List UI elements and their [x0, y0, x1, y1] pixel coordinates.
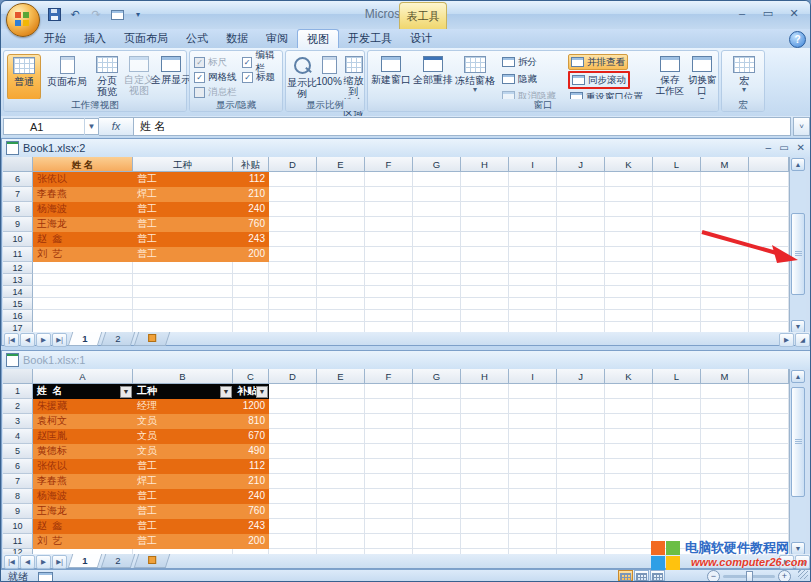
empty-cell[interactable]	[605, 262, 653, 274]
empty-cell[interactable]	[413, 247, 461, 262]
empty-cell[interactable]	[509, 262, 557, 274]
row-header[interactable]: 8	[3, 202, 33, 217]
select-all-corner[interactable]	[3, 369, 33, 384]
formula-bar-checkbox[interactable]: ✓编辑栏	[242, 55, 282, 69]
empty-cell[interactable]	[317, 414, 365, 429]
empty-cell[interactable]	[413, 399, 461, 414]
empty-cell[interactable]	[653, 310, 701, 322]
empty-cell[interactable]	[461, 172, 509, 187]
empty-cell[interactable]	[133, 286, 233, 298]
empty-cell[interactable]	[653, 399, 701, 414]
empty-cell[interactable]	[749, 519, 789, 534]
empty-cell[interactable]	[749, 489, 789, 504]
column-header[interactable]: H	[461, 369, 509, 384]
table-cell[interactable]: 文员	[133, 444, 233, 459]
table-cell[interactable]: 200	[233, 534, 269, 549]
last-sheet-button[interactable]: ▶|	[52, 333, 67, 347]
column-header[interactable]: L	[653, 369, 701, 384]
empty-cell[interactable]	[269, 247, 317, 262]
help-button[interactable]: ?	[789, 31, 806, 48]
tab-insert[interactable]: 插入	[75, 29, 115, 48]
empty-cell[interactable]	[557, 474, 605, 489]
empty-cell[interactable]	[365, 399, 413, 414]
table-cell[interactable]: 普工	[133, 504, 233, 519]
empty-cell[interactable]	[413, 504, 461, 519]
table-cell[interactable]: 李春燕	[33, 474, 133, 489]
empty-cell[interactable]	[413, 310, 461, 322]
tab-view[interactable]: 视图	[297, 29, 339, 48]
empty-cell[interactable]	[701, 414, 749, 429]
table-header-cell[interactable]: 工种▼	[133, 384, 233, 399]
empty-cell[interactable]	[701, 444, 749, 459]
window-resize-grip[interactable]: ◢	[795, 333, 810, 347]
insert-sheet-tab[interactable]	[134, 554, 171, 568]
column-header[interactable]: K	[605, 369, 653, 384]
empty-cell[interactable]	[269, 262, 317, 274]
empty-cell[interactable]	[749, 172, 789, 187]
column-header[interactable]: 姓 名	[33, 157, 133, 172]
empty-cell[interactable]	[365, 474, 413, 489]
normal-view-button[interactable]: 普通	[7, 54, 41, 100]
empty-cell[interactable]	[269, 232, 317, 247]
table-cell[interactable]: 朱援藏	[33, 399, 133, 414]
empty-cell[interactable]	[509, 444, 557, 459]
empty-cell[interactable]	[461, 262, 509, 274]
empty-cell[interactable]	[509, 534, 557, 549]
next-sheet-button[interactable]: ▶	[36, 333, 51, 347]
empty-cell[interactable]	[605, 247, 653, 262]
empty-cell[interactable]	[317, 399, 365, 414]
empty-cell[interactable]	[509, 274, 557, 286]
empty-cell[interactable]	[269, 217, 317, 232]
empty-cell[interactable]	[365, 274, 413, 286]
table-cell[interactable]: 焊工	[133, 187, 233, 202]
table-cell[interactable]: 刘 艺	[33, 247, 133, 262]
new-window-button[interactable]: 新建窗口	[370, 54, 412, 85]
insert-sheet-tab[interactable]	[134, 332, 171, 346]
empty-cell[interactable]	[269, 504, 317, 519]
switch-windows-button[interactable]: 切换窗口▾	[684, 54, 720, 103]
workbook2-title-bar[interactable]: Book1.xlsx:1	[2, 351, 811, 369]
empty-cell[interactable]	[605, 286, 653, 298]
empty-cell[interactable]	[653, 298, 701, 310]
zoom-button[interactable]: 显示比例	[287, 54, 317, 99]
table-cell[interactable]: 赵 鑫	[33, 232, 133, 247]
empty-cell[interactable]	[653, 519, 701, 534]
table-cell[interactable]: 普工	[133, 459, 233, 474]
table-cell[interactable]: 670	[233, 429, 269, 444]
empty-cell[interactable]	[749, 286, 789, 298]
empty-cell[interactable]	[269, 286, 317, 298]
empty-cell[interactable]	[461, 310, 509, 322]
empty-cell[interactable]	[365, 459, 413, 474]
column-header[interactable]: B	[133, 369, 233, 384]
empty-cell[interactable]	[33, 298, 133, 310]
empty-cell[interactable]	[413, 519, 461, 534]
empty-cell[interactable]	[269, 310, 317, 322]
column-header[interactable]: D	[269, 157, 317, 172]
table-cell[interactable]: 文员	[133, 429, 233, 444]
empty-cell[interactable]	[461, 429, 509, 444]
empty-cell[interactable]	[605, 459, 653, 474]
empty-cell[interactable]	[557, 286, 605, 298]
empty-cell[interactable]	[701, 286, 749, 298]
empty-cell[interactable]	[509, 172, 557, 187]
empty-cell[interactable]	[701, 187, 749, 202]
first-sheet-button[interactable]: |◀	[4, 333, 19, 347]
column-header[interactable]: J	[557, 369, 605, 384]
empty-cell[interactable]	[269, 534, 317, 549]
empty-cell[interactable]	[413, 202, 461, 217]
empty-cell[interactable]	[365, 519, 413, 534]
empty-cell[interactable]	[509, 298, 557, 310]
last-sheet-button[interactable]: ▶|	[52, 555, 67, 569]
row-header[interactable]: 8	[3, 489, 33, 504]
empty-cell[interactable]	[269, 429, 317, 444]
empty-cell[interactable]	[653, 429, 701, 444]
empty-cell[interactable]	[509, 202, 557, 217]
empty-cell[interactable]	[269, 172, 317, 187]
full-screen-button[interactable]: 全屏显示	[156, 54, 186, 85]
empty-cell[interactable]	[653, 187, 701, 202]
row-header[interactable]: 9	[3, 504, 33, 519]
empty-cell[interactable]	[509, 519, 557, 534]
table-cell[interactable]: 112	[233, 459, 269, 474]
arrange-all-button[interactable]: 全部重排	[412, 54, 454, 85]
minimize-button[interactable]: –	[734, 7, 750, 20]
